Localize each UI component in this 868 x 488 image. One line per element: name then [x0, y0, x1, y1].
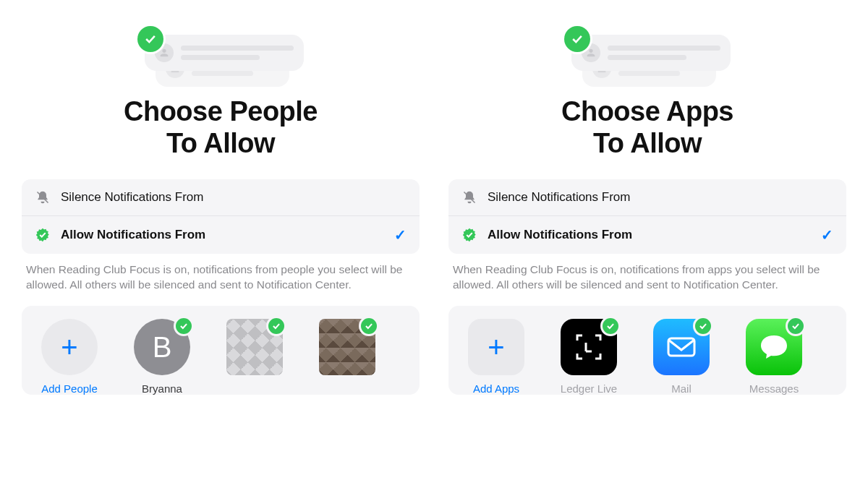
- hero-graphic-area: Choose PeopleTo Allow: [22, 0, 420, 159]
- notification-mode-card: Silence Notifications From Allow Notific…: [448, 179, 846, 254]
- svg-rect-2: [668, 338, 694, 356]
- allow-option-label: Allow Notifications From: [488, 228, 811, 242]
- checkmark-seal-icon: [35, 227, 51, 243]
- allow-option-label: Allow Notifications From: [61, 228, 384, 242]
- allow-notifications-option[interactable]: Allow Notifications From ✓: [22, 215, 420, 254]
- checkmark-badge-icon: [174, 316, 194, 336]
- page-title: Choose PeopleTo Allow: [124, 96, 318, 159]
- app-tile-ledger-live[interactable]: Ledger Live: [550, 319, 628, 395]
- add-people-label: Add People: [41, 382, 98, 395]
- person-name-label: Bryanna: [142, 382, 182, 395]
- notification-illustration: [564, 22, 731, 83]
- choose-apps-panel: Choose AppsTo Allow Silence Notification…: [448, 0, 846, 488]
- notification-illustration: [137, 22, 304, 83]
- checkmark-badge-icon: [564, 26, 590, 52]
- selected-checkmark-icon: ✓: [394, 226, 407, 244]
- bell-slash-icon: [35, 189, 51, 205]
- add-apps-button[interactable]: + Add Apps: [457, 319, 535, 395]
- app-name-label: Messages: [749, 382, 799, 395]
- notification-bubble-front: [145, 35, 304, 71]
- person-tile-redacted[interactable]: [308, 319, 386, 395]
- checkmark-seal-icon: [461, 227, 477, 243]
- checkmark-badge-icon: [359, 316, 379, 336]
- people-grid: + Add People B Bryanna: [22, 306, 420, 395]
- hero-graphic-area: Choose AppsTo Allow: [448, 0, 846, 159]
- notification-bubble-front: [571, 35, 731, 71]
- checkmark-badge-icon: [137, 26, 163, 52]
- app-name-label: Ledger Live: [561, 382, 617, 395]
- person-tile-bryanna[interactable]: B Bryanna: [123, 319, 201, 395]
- checkmark-badge-icon: [600, 316, 621, 336]
- plus-icon: +: [468, 319, 524, 375]
- add-apps-label: Add Apps: [473, 382, 519, 395]
- silence-notifications-option[interactable]: Silence Notifications From: [448, 179, 846, 215]
- silence-notifications-option[interactable]: Silence Notifications From: [22, 179, 420, 215]
- app-tile-messages[interactable]: Messages: [735, 319, 813, 395]
- checkmark-badge-icon: [786, 316, 806, 336]
- selected-checkmark-icon: ✓: [821, 226, 833, 244]
- allow-notifications-option[interactable]: Allow Notifications From ✓: [448, 215, 846, 254]
- mode-explanation-text: When Reading Club Focus is on, notificat…: [22, 254, 420, 293]
- silence-option-label: Silence Notifications From: [488, 190, 833, 205]
- bell-slash-icon: [461, 189, 477, 205]
- checkmark-badge-icon: [266, 316, 286, 336]
- apps-grid: + Add Apps Ledger Live Mail Messages: [448, 306, 846, 395]
- person-tile-redacted[interactable]: [216, 319, 294, 395]
- page-title: Choose AppsTo Allow: [561, 96, 733, 159]
- checkmark-badge-icon: [693, 316, 713, 336]
- app-tile-mail[interactable]: Mail: [642, 319, 720, 395]
- plus-icon: +: [41, 319, 98, 375]
- notification-mode-card: Silence Notifications From Allow Notific…: [22, 179, 420, 254]
- app-name-label: Mail: [671, 382, 692, 395]
- add-people-button[interactable]: + Add People: [30, 319, 109, 395]
- mode-explanation-text: When Reading Club Focus is on, notificat…: [448, 254, 846, 293]
- silence-option-label: Silence Notifications From: [61, 190, 407, 205]
- choose-people-panel: Choose PeopleTo Allow Silence Notificati…: [22, 0, 420, 488]
